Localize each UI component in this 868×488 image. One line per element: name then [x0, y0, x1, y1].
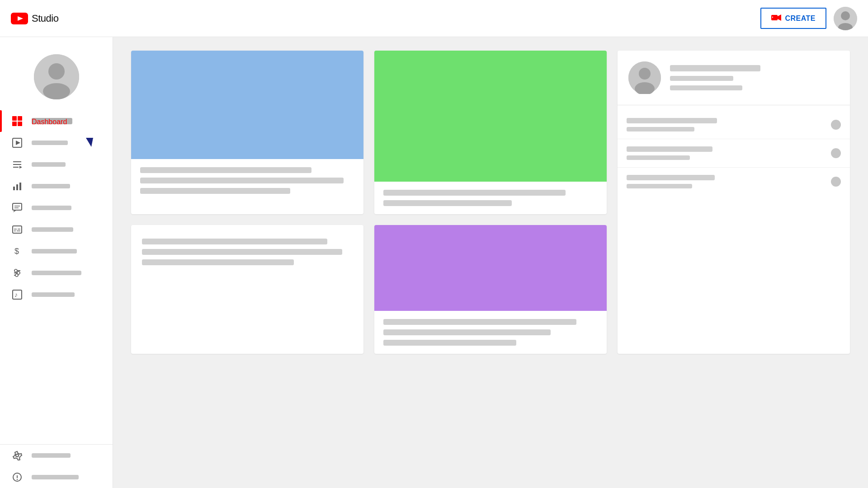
card-text-1[interactable]: [131, 225, 363, 354]
list-line: [627, 184, 692, 188]
svg-rect-28: [13, 226, 22, 233]
svg-point-39: [15, 274, 18, 277]
card-line: [142, 259, 294, 265]
card-line: [140, 167, 311, 173]
svg-text:♪: ♪: [14, 291, 18, 298]
card-line: [383, 190, 566, 196]
card-line: [383, 340, 516, 346]
create-label: CREATE: [785, 14, 816, 23]
sidebar: Dashboard: [0, 37, 113, 488]
earn-icon: $: [11, 245, 24, 258]
sidebar-item-settings[interactable]: [0, 445, 113, 466]
main-content: [113, 37, 868, 488]
card-lines-3: [383, 319, 598, 346]
user-avatar-icon: [834, 7, 857, 30]
card-line: [383, 329, 551, 335]
list-item[interactable]: [618, 168, 850, 196]
svg-rect-4: [772, 17, 773, 18]
subtitles-icon: [11, 223, 24, 236]
sidebar-nav: Dashboard: [0, 110, 113, 441]
sidebar-bottom: [0, 444, 113, 488]
card-line: [383, 200, 512, 206]
card-line: [142, 249, 342, 255]
list-item-dot: [831, 120, 841, 130]
content-label: [32, 141, 68, 145]
svg-rect-23: [19, 183, 21, 190]
svg-point-37: [14, 269, 17, 272]
sidebar-item-comments[interactable]: [0, 197, 113, 219]
sidebar-item-subtitles[interactable]: [0, 219, 113, 240]
list-line: [627, 175, 715, 180]
card-thumb-blue: [131, 51, 363, 159]
sidebar-channel-section: [0, 41, 113, 110]
customization-icon: [11, 267, 24, 279]
svg-marker-3: [778, 14, 781, 21]
list-line: [627, 155, 690, 160]
svg-rect-22: [16, 184, 18, 190]
user-avatar-header[interactable]: [834, 7, 857, 30]
header: Studio CREATE: [0, 0, 868, 37]
comments-icon: [11, 202, 24, 214]
card-thumb-green: [374, 51, 607, 182]
card-body-3: [374, 311, 607, 354]
svg-rect-24: [13, 203, 22, 210]
svg-point-6: [841, 11, 850, 20]
create-button[interactable]: CREATE: [760, 8, 826, 29]
list-item-lines: [627, 175, 824, 188]
svg-marker-16: [16, 141, 20, 145]
earn-label: [32, 249, 77, 253]
list-item[interactable]: [618, 111, 850, 139]
sidebar-channel-avatar[interactable]: [34, 54, 79, 99]
card-video-3[interactable]: [374, 225, 607, 354]
list-item[interactable]: [618, 139, 850, 168]
svg-point-47: [639, 68, 651, 80]
channel-text-info: [670, 65, 839, 90]
card-line: [140, 178, 344, 183]
youtube-icon: [11, 13, 28, 24]
sidebar-item-analytics[interactable]: [0, 175, 113, 197]
card-channel: [618, 51, 850, 354]
svg-rect-11: [12, 116, 17, 121]
svg-point-10: [43, 83, 70, 99]
channel-info-card: [618, 51, 850, 105]
card-line: [142, 239, 327, 244]
sidebar-item-content[interactable]: [0, 132, 113, 154]
feedback-icon: [11, 471, 24, 483]
list-item-dot: [831, 177, 841, 187]
sidebar-avatar-icon: [34, 54, 79, 99]
card-lines-2: [383, 190, 598, 206]
list-line: [627, 146, 712, 152]
list-item-lines: [627, 118, 824, 131]
settings-label: [32, 453, 71, 458]
sidebar-item-customization[interactable]: [0, 262, 113, 284]
card-thumb-purple: [374, 225, 607, 311]
audio-icon: ♪: [11, 288, 24, 301]
create-video-icon: [771, 13, 781, 23]
playlists-icon: [11, 158, 24, 171]
svg-rect-12: [18, 116, 22, 121]
sidebar-item-audio[interactable]: ♪: [0, 284, 113, 305]
channel-name-line: [670, 65, 760, 71]
card-line: [383, 319, 576, 325]
sidebar-item-feedback[interactable]: [0, 466, 113, 488]
sidebar-item-earn[interactable]: $: [0, 240, 113, 262]
youtube-studio-logo[interactable]: Studio: [11, 13, 58, 24]
content-icon: [11, 136, 24, 149]
svg-point-42: [16, 454, 19, 457]
customization-label: [32, 271, 81, 275]
card-lines-1: [140, 167, 354, 194]
svg-point-9: [48, 63, 65, 80]
channel-avatar: [628, 61, 661, 94]
svg-point-45: [17, 479, 18, 480]
svg-rect-14: [18, 122, 22, 126]
card-video-2[interactable]: [374, 51, 607, 214]
svg-marker-20: [19, 166, 22, 169]
studio-text: Studio: [32, 13, 58, 24]
feedback-label: [32, 475, 79, 479]
comments-label: [32, 206, 71, 210]
card-video-1[interactable]: [131, 51, 363, 214]
sidebar-item-dashboard[interactable]: Dashboard: [0, 110, 113, 132]
sidebar-item-playlists[interactable]: [0, 154, 113, 175]
playlists-label: [32, 162, 66, 167]
header-right: CREATE: [760, 7, 857, 30]
